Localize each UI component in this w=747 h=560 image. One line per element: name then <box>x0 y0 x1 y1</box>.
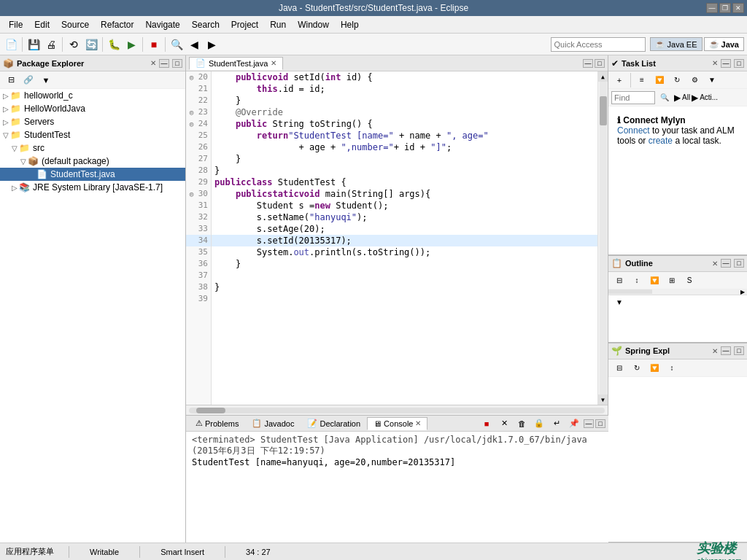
outline-expand-button[interactable]: ▼ <box>611 295 627 311</box>
filter-button[interactable]: 🔽 <box>651 72 667 88</box>
tree-item-helloworldjava[interactable]: ▷ 📁 HelloWorldJava <box>0 102 185 115</box>
scroll-up-arrow[interactable]: ▲ <box>598 71 608 82</box>
editor-tab-studenttest[interactable]: 📄 StudentTest.java ✕ <box>189 57 283 70</box>
minimize-button[interactable]: — <box>706 3 718 13</box>
menu-search[interactable]: Search <box>186 18 225 31</box>
save-button[interactable]: 💾 <box>26 36 42 52</box>
tree-item-studenttest[interactable]: ▽ 📁 StudentTest <box>0 128 185 141</box>
menu-edit[interactable]: Edit <box>28 18 55 31</box>
sort-btn[interactable]: ↕ <box>629 272 645 288</box>
editor-minimize[interactable]: — <box>583 59 593 68</box>
app-menu-label[interactable]: 应用程序菜单 <box>6 546 54 557</box>
java-ee-perspective[interactable]: ☕ Java EE <box>650 37 703 51</box>
view-menu-button[interactable]: ▼ <box>38 72 54 88</box>
spring-filter-btn[interactable]: 🔽 <box>646 359 662 376</box>
print-button[interactable]: 🖨 <box>43 36 59 52</box>
categorize-button[interactable]: ≡ <box>634 72 650 88</box>
tab-javadoc[interactable]: 📋 Javadoc <box>245 417 301 430</box>
link-with-editor-button[interactable]: 🔗 <box>20 72 36 88</box>
task-list-close[interactable]: ✕ <box>712 59 718 67</box>
scroll-down-arrow[interactable]: ▼ <box>598 394 608 405</box>
hide-fields-btn[interactable]: ⊞ <box>664 272 680 288</box>
task-list-maximize[interactable]: □ <box>734 59 744 68</box>
outline-close[interactable]: ✕ <box>712 260 718 268</box>
menu-source[interactable]: Source <box>55 18 95 31</box>
editor-tab-close[interactable]: ✕ <box>271 59 276 67</box>
menu-file[interactable]: File <box>3 18 28 31</box>
word-wrap-button[interactable]: ↵ <box>549 416 565 432</box>
settings-button[interactable]: ⚙ <box>686 72 703 88</box>
scroll-thumb[interactable] <box>600 96 607 125</box>
run-button[interactable]: ▶ <box>123 36 139 52</box>
tree-item-helloworld[interactable]: ▷ 📁 helloworld_c <box>0 89 185 102</box>
search-button[interactable]: 🔍 <box>169 36 185 52</box>
menu-help[interactable]: Help <box>335 18 365 31</box>
code-content[interactable]: public void setId(int id) { this.id = id… <box>212 71 597 405</box>
tab-console[interactable]: 🖥 Console ✕ <box>367 417 427 430</box>
tab-problems[interactable]: ⚠ Problems <box>189 417 245 430</box>
menu-refactor[interactable]: Refactor <box>95 18 139 31</box>
spring-collapse-btn[interactable]: ⊟ <box>611 359 627 376</box>
console-close[interactable]: ✕ <box>415 419 421 427</box>
menu-run[interactable]: Run <box>264 18 292 31</box>
tab-declaration[interactable]: 📝 Declaration <box>301 417 367 430</box>
connect-link[interactable]: Connect <box>617 125 650 136</box>
outline-hscroll[interactable]: ▶ <box>608 289 747 295</box>
package-explorer-minimize[interactable]: — <box>159 59 169 68</box>
create-link[interactable]: create <box>649 136 673 146</box>
package-explorer-close[interactable]: ✕ <box>150 59 156 67</box>
outline-collapse-btn[interactable]: ▼ <box>608 295 747 310</box>
outline-minimize[interactable]: — <box>721 259 731 268</box>
tree-item-jre[interactable]: ▷ 📚 JRE System Library [JavaSE-1.7] <box>0 181 185 194</box>
hide-static-btn[interactable]: S <box>681 272 697 288</box>
find-button[interactable]: 🔍 <box>657 90 673 106</box>
collapse-button[interactable]: ▼ <box>704 72 720 88</box>
history-button[interactable]: ⟲ <box>66 36 82 52</box>
package-explorer-maximize[interactable]: □ <box>172 59 182 68</box>
all-tasks-label[interactable]: All <box>682 93 690 101</box>
spring-refresh-btn[interactable]: ↻ <box>629 359 645 376</box>
collapse-all-button[interactable]: ⊟ <box>3 72 19 88</box>
outline-scroll-track[interactable] <box>608 289 652 294</box>
refresh-button[interactable]: 🔄 <box>83 36 99 52</box>
tree-item-src[interactable]: ▽ 📁 src <box>0 141 185 155</box>
editor-maximize[interactable]: □ <box>595 59 605 68</box>
clear-console-button[interactable]: 🗑 <box>514 416 530 432</box>
pin-console-button[interactable]: 📌 <box>566 416 582 432</box>
close-button[interactable]: ✕ <box>732 3 744 13</box>
sync-button[interactable]: ↻ <box>669 72 685 88</box>
spring-minimize[interactable]: — <box>721 346 731 355</box>
editor-vscrollbar[interactable]: ▲ ▼ <box>597 71 608 405</box>
menu-project[interactable]: Project <box>225 18 264 31</box>
h-scroll-track[interactable] <box>189 408 605 413</box>
collapse-all-btn[interactable]: ⊟ <box>611 272 627 288</box>
scroll-track[interactable] <box>600 82 607 394</box>
spring-sort-btn[interactable]: ↕ <box>664 359 680 376</box>
h-scroll-thumb[interactable] <box>196 408 225 413</box>
forward-button[interactable]: ▶ <box>204 36 220 52</box>
task-list-minimize[interactable]: — <box>721 59 731 68</box>
spring-close[interactable]: ✕ <box>712 347 718 355</box>
stop-button[interactable]: ■ <box>146 36 162 52</box>
quick-access-input[interactable] <box>551 37 646 52</box>
new-button[interactable]: 📄 <box>3 36 19 52</box>
console-maximize[interactable]: □ <box>595 419 605 428</box>
java-perspective[interactable]: ☕ Java <box>704 37 744 51</box>
tree-item-default-package[interactable]: ▽ 📦 (default package) <box>0 155 185 168</box>
tree-item-servers[interactable]: ▷ 📁 Servers <box>0 115 185 128</box>
tree-item-studenttest-java[interactable]: 📄 StudentTest.java <box>0 168 185 181</box>
editor-hscrollbar[interactable] <box>186 405 608 415</box>
active-label[interactable]: Acti... <box>700 93 718 101</box>
menu-window[interactable]: Window <box>292 18 335 31</box>
spring-maximize[interactable]: □ <box>734 346 744 355</box>
maximize-button[interactable]: ❐ <box>719 3 731 13</box>
find-input[interactable] <box>611 91 655 104</box>
remove-launch-button[interactable]: ✕ <box>496 416 512 432</box>
console-minimize[interactable]: — <box>584 419 594 428</box>
outline-maximize[interactable]: □ <box>734 259 744 268</box>
filter-members-btn[interactable]: 🔽 <box>646 272 662 288</box>
menu-navigate[interactable]: Navigate <box>139 18 185 31</box>
terminate-button[interactable]: ■ <box>479 416 495 432</box>
back-button[interactable]: ◀ <box>186 36 202 52</box>
new-task-button[interactable]: + <box>611 72 627 88</box>
